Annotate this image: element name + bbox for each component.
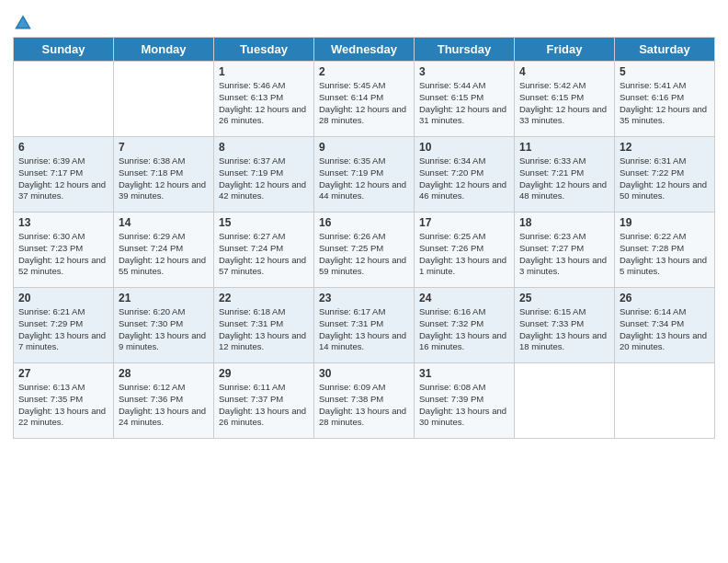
- calendar-cell: 18Sunrise: 6:23 AM Sunset: 7:27 PM Dayli…: [515, 213, 615, 288]
- calendar-cell: 22Sunrise: 6:18 AM Sunset: 7:31 PM Dayli…: [214, 288, 314, 363]
- calendar-cell: 8Sunrise: 6:37 AM Sunset: 7:19 PM Daylig…: [214, 137, 314, 213]
- day-number: 21: [119, 292, 209, 304]
- day-info: Sunrise: 6:17 AM Sunset: 7:31 PM Dayligh…: [319, 306, 409, 353]
- day-number: 8: [219, 141, 309, 154]
- calendar-cell: 27Sunrise: 6:13 AM Sunset: 7:35 PM Dayli…: [14, 363, 114, 439]
- day-number: 16: [319, 216, 409, 229]
- day-number: 4: [519, 65, 609, 78]
- calendar-cell: 20Sunrise: 6:21 AM Sunset: 7:29 PM Dayli…: [14, 288, 114, 363]
- calendar-cell: 13Sunrise: 6:30 AM Sunset: 7:23 PM Dayli…: [14, 213, 114, 288]
- calendar-cell: 2Sunrise: 5:45 AM Sunset: 6:14 PM Daylig…: [314, 62, 415, 137]
- header-day-tuesday: Tuesday: [214, 38, 314, 62]
- day-number: 3: [419, 65, 509, 78]
- day-info: Sunrise: 6:16 AM Sunset: 7:32 PM Dayligh…: [419, 306, 509, 353]
- calendar-cell: 24Sunrise: 6:16 AM Sunset: 7:32 PM Dayli…: [415, 288, 515, 363]
- day-info: Sunrise: 6:09 AM Sunset: 7:38 PM Dayligh…: [319, 382, 409, 429]
- day-number: 26: [620, 292, 710, 304]
- day-info: Sunrise: 6:27 AM Sunset: 7:24 PM Dayligh…: [219, 231, 309, 278]
- day-info: Sunrise: 6:14 AM Sunset: 7:34 PM Dayligh…: [620, 306, 710, 353]
- day-number: 14: [119, 216, 209, 229]
- day-number: 2: [319, 65, 409, 78]
- day-number: 10: [419, 141, 509, 154]
- day-number: 30: [319, 367, 409, 380]
- day-info: Sunrise: 6:13 AM Sunset: 7:35 PM Dayligh…: [18, 382, 108, 429]
- calendar-cell: 10Sunrise: 6:34 AM Sunset: 7:20 PM Dayli…: [415, 137, 515, 213]
- calendar-cell: 7Sunrise: 6:38 AM Sunset: 7:18 PM Daylig…: [114, 137, 214, 213]
- day-info: Sunrise: 5:44 AM Sunset: 6:15 PM Dayligh…: [419, 80, 509, 127]
- day-number: 24: [419, 292, 509, 304]
- calendar-cell: 14Sunrise: 6:29 AM Sunset: 7:24 PM Dayli…: [114, 213, 214, 288]
- day-info: Sunrise: 6:31 AM Sunset: 7:22 PM Dayligh…: [620, 155, 710, 202]
- calendar-table: SundayMondayTuesdayWednesdayThursdayFrid…: [13, 37, 715, 439]
- header-day-saturday: Saturday: [615, 38, 715, 62]
- day-info: Sunrise: 6:08 AM Sunset: 7:39 PM Dayligh…: [419, 382, 509, 429]
- calendar-cell: 25Sunrise: 6:15 AM Sunset: 7:33 PM Dayli…: [515, 288, 615, 363]
- calendar-cell: 12Sunrise: 6:31 AM Sunset: 7:22 PM Dayli…: [615, 137, 715, 213]
- day-number: 23: [319, 292, 409, 304]
- calendar-cell: 30Sunrise: 6:09 AM Sunset: 7:38 PM Dayli…: [314, 363, 415, 439]
- day-number: 7: [119, 141, 209, 154]
- header: [13, 9, 715, 33]
- day-info: Sunrise: 6:22 AM Sunset: 7:28 PM Dayligh…: [620, 231, 710, 278]
- day-number: 11: [519, 141, 609, 154]
- header-day-monday: Monday: [114, 38, 214, 62]
- day-info: Sunrise: 5:41 AM Sunset: 6:16 PM Dayligh…: [620, 80, 710, 127]
- day-info: Sunrise: 6:34 AM Sunset: 7:20 PM Dayligh…: [419, 155, 509, 202]
- header-day-thursday: Thursday: [415, 38, 515, 62]
- day-number: 15: [219, 216, 309, 229]
- day-number: 27: [18, 367, 108, 380]
- day-number: 13: [18, 216, 108, 229]
- page: SundayMondayTuesdayWednesdayThursdayFrid…: [0, 0, 728, 563]
- calendar-cell: 23Sunrise: 6:17 AM Sunset: 7:31 PM Dayli…: [314, 288, 415, 363]
- day-info: Sunrise: 6:15 AM Sunset: 7:33 PM Dayligh…: [519, 306, 609, 353]
- week-row-2: 13Sunrise: 6:30 AM Sunset: 7:23 PM Dayli…: [14, 213, 715, 288]
- day-info: Sunrise: 6:33 AM Sunset: 7:21 PM Dayligh…: [519, 155, 609, 202]
- calendar-cell: 28Sunrise: 6:12 AM Sunset: 7:36 PM Dayli…: [114, 363, 214, 439]
- logo: [13, 13, 37, 33]
- day-number: 29: [219, 367, 309, 380]
- calendar-cell: 16Sunrise: 6:26 AM Sunset: 7:25 PM Dayli…: [314, 213, 415, 288]
- week-row-1: 6Sunrise: 6:39 AM Sunset: 7:17 PM Daylig…: [14, 137, 715, 213]
- calendar-cell: 3Sunrise: 5:44 AM Sunset: 6:15 PM Daylig…: [415, 62, 515, 137]
- calendar-header: SundayMondayTuesdayWednesdayThursdayFrid…: [14, 38, 715, 62]
- header-day-wednesday: Wednesday: [314, 38, 415, 62]
- calendar-cell: 19Sunrise: 6:22 AM Sunset: 7:28 PM Dayli…: [615, 213, 715, 288]
- day-info: Sunrise: 5:46 AM Sunset: 6:13 PM Dayligh…: [219, 80, 309, 127]
- day-info: Sunrise: 6:25 AM Sunset: 7:26 PM Dayligh…: [419, 231, 509, 278]
- day-info: Sunrise: 6:37 AM Sunset: 7:19 PM Dayligh…: [219, 155, 309, 202]
- day-info: Sunrise: 6:35 AM Sunset: 7:19 PM Dayligh…: [319, 155, 409, 202]
- day-number: 25: [519, 292, 609, 304]
- header-day-friday: Friday: [515, 38, 615, 62]
- day-info: Sunrise: 6:39 AM Sunset: 7:17 PM Dayligh…: [18, 155, 108, 202]
- calendar-cell: 26Sunrise: 6:14 AM Sunset: 7:34 PM Dayli…: [615, 288, 715, 363]
- day-number: 31: [419, 367, 509, 380]
- day-info: Sunrise: 6:23 AM Sunset: 7:27 PM Dayligh…: [519, 231, 609, 278]
- day-info: Sunrise: 6:20 AM Sunset: 7:30 PM Dayligh…: [119, 306, 209, 353]
- day-number: 9: [319, 141, 409, 154]
- calendar-cell: 4Sunrise: 5:42 AM Sunset: 6:15 PM Daylig…: [515, 62, 615, 137]
- header-day-sunday: Sunday: [14, 38, 114, 62]
- week-row-3: 20Sunrise: 6:21 AM Sunset: 7:29 PM Dayli…: [14, 288, 715, 363]
- calendar-cell: [114, 62, 214, 137]
- day-number: 18: [519, 216, 609, 229]
- calendar-cell: [14, 62, 114, 137]
- logo-icon: [13, 13, 33, 33]
- calendar-cell: 5Sunrise: 5:41 AM Sunset: 6:16 PM Daylig…: [615, 62, 715, 137]
- calendar-body: 1Sunrise: 5:46 AM Sunset: 6:13 PM Daylig…: [14, 62, 715, 439]
- day-info: Sunrise: 5:45 AM Sunset: 6:14 PM Dayligh…: [319, 80, 409, 127]
- day-info: Sunrise: 6:29 AM Sunset: 7:24 PM Dayligh…: [119, 231, 209, 278]
- calendar-cell: 21Sunrise: 6:20 AM Sunset: 7:30 PM Dayli…: [114, 288, 214, 363]
- calendar-cell: 17Sunrise: 6:25 AM Sunset: 7:26 PM Dayli…: [415, 213, 515, 288]
- calendar-cell: 11Sunrise: 6:33 AM Sunset: 7:21 PM Dayli…: [515, 137, 615, 213]
- day-info: Sunrise: 6:30 AM Sunset: 7:23 PM Dayligh…: [18, 231, 108, 278]
- day-number: 12: [620, 141, 710, 154]
- header-row: SundayMondayTuesdayWednesdayThursdayFrid…: [14, 38, 715, 62]
- calendar-cell: 31Sunrise: 6:08 AM Sunset: 7:39 PM Dayli…: [415, 363, 515, 439]
- calendar-cell: 9Sunrise: 6:35 AM Sunset: 7:19 PM Daylig…: [314, 137, 415, 213]
- day-info: Sunrise: 6:38 AM Sunset: 7:18 PM Dayligh…: [119, 155, 209, 202]
- day-number: 5: [620, 65, 710, 78]
- day-number: 20: [18, 292, 108, 304]
- day-number: 28: [119, 367, 209, 380]
- calendar-cell: 15Sunrise: 6:27 AM Sunset: 7:24 PM Dayli…: [214, 213, 314, 288]
- day-info: Sunrise: 6:21 AM Sunset: 7:29 PM Dayligh…: [18, 306, 108, 353]
